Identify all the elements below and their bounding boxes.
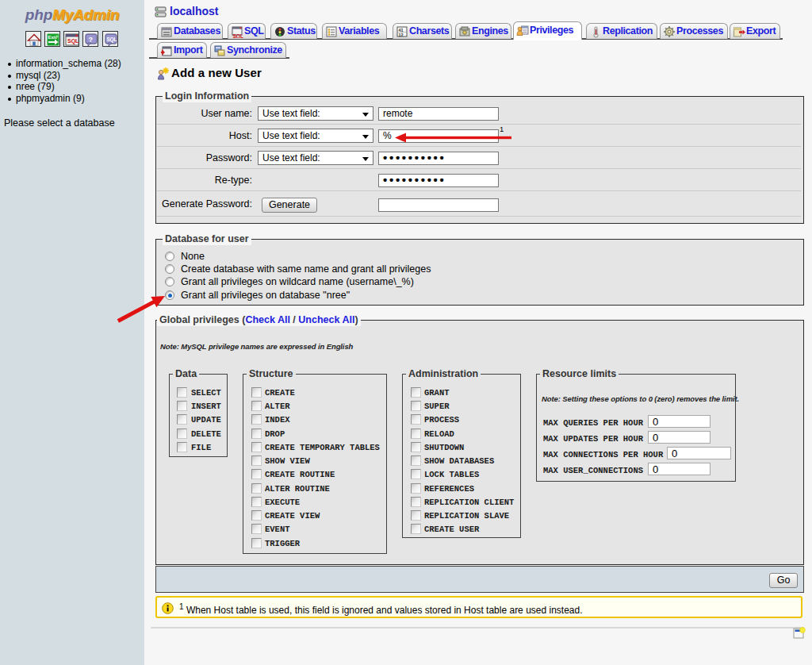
- svg-text:SQL: SQL: [233, 33, 243, 39]
- svg-text:SQL: SQL: [67, 38, 79, 44]
- svg-text:?: ?: [89, 36, 94, 44]
- svg-text:12: 12: [398, 33, 403, 37]
- svg-text:Exit: Exit: [48, 35, 57, 40]
- svg-text:SQL: SQL: [106, 37, 117, 43]
